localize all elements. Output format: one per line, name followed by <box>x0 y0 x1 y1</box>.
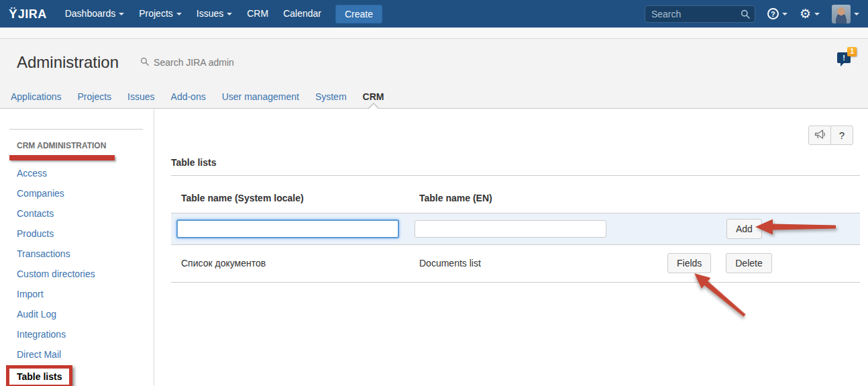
main-panel: ? Table lists Table name (System locale)… <box>154 109 868 385</box>
jira-logo[interactable]: Ÿ JIRA <box>9 7 47 21</box>
page-title: Administration <box>17 53 119 72</box>
table-lists-table: Table name (System locale) Table name (E… <box>171 187 860 283</box>
jira-logo-text: JIRA <box>18 7 47 21</box>
admin-search-input[interactable] <box>154 57 274 68</box>
admin-settings-menu[interactable]: ⚙ <box>800 6 820 21</box>
red-underline-annotation <box>9 155 115 160</box>
nav-item-projects[interactable]: Projects <box>131 0 189 28</box>
tab-add-ons[interactable]: Add-ons <box>163 86 214 108</box>
nav-item-dashboards[interactable]: Dashboards <box>58 0 132 28</box>
sidebar-item-integrations[interactable]: Integrations <box>17 324 154 344</box>
notifications-button[interactable]: ! 1 <box>837 52 851 63</box>
column-header-actions <box>657 187 860 213</box>
gear-icon: ⚙ <box>800 6 811 21</box>
help-icon: ? <box>767 8 779 19</box>
crm-admin-sidebar: CRM ADMINISTRATION Access Companies Cont… <box>0 109 154 385</box>
page-help-group: ? <box>808 126 853 145</box>
nav-item-crm[interactable]: CRM <box>239 0 276 28</box>
table-name-system-locale-input[interactable] <box>176 220 399 238</box>
column-header-en: Table name (EN) <box>409 187 657 213</box>
table-row: Список документов Documents list Fields … <box>171 245 860 283</box>
fields-button[interactable]: Fields <box>667 253 711 273</box>
content-area: CRM ADMINISTRATION Access Companies Cont… <box>0 109 868 385</box>
table-name-system-locale-cell: Список документов <box>171 245 409 283</box>
admin-header: Administration ! 1 <box>0 39 868 86</box>
nav-item-calendar[interactable]: Calendar <box>276 0 329 28</box>
user-profile-menu[interactable] <box>832 5 859 23</box>
add-button[interactable]: Add <box>726 219 762 239</box>
sidebar-item-import[interactable]: Import <box>17 284 154 304</box>
tab-user-management[interactable]: User management <box>214 86 307 108</box>
global-search <box>645 5 755 23</box>
admin-search <box>140 56 274 68</box>
create-button[interactable]: Create <box>335 5 382 23</box>
nav-item-issues[interactable]: Issues <box>189 0 239 28</box>
sidebar-top-divider <box>9 129 143 130</box>
help-menu[interactable]: ? <box>767 8 788 19</box>
table-header-row: Table name (System locale) Table name (E… <box>171 187 860 213</box>
search-icon[interactable] <box>741 9 750 21</box>
chevron-down-icon <box>227 13 232 15</box>
chevron-down-icon <box>176 13 182 15</box>
tab-projects[interactable]: Projects <box>70 86 120 108</box>
sidebar-item-contacts[interactable]: Contacts <box>17 203 154 224</box>
chevron-down-icon <box>119 13 124 15</box>
sidebar-item-transactions[interactable]: Transactions <box>17 244 154 264</box>
delete-button[interactable]: Delete <box>726 253 771 273</box>
sidebar-item-direct-mail[interactable]: Direct Mail <box>17 344 154 365</box>
chevron-down-icon <box>814 13 820 15</box>
tab-system[interactable]: System <box>307 86 355 108</box>
chevron-down-icon <box>854 13 859 15</box>
sidebar-item-products[interactable]: Products <box>17 224 154 244</box>
header-divider-strip <box>0 28 868 39</box>
user-avatar <box>832 5 851 23</box>
tab-applications[interactable]: Applications <box>3 86 70 108</box>
sidebar-item-table-lists[interactable]: Table lists <box>17 371 62 382</box>
search-icon <box>140 56 149 68</box>
megaphone-icon <box>814 129 826 142</box>
sidebar-item-audit-log[interactable]: Audit Log <box>17 304 154 324</box>
tab-crm[interactable]: CRM <box>355 86 392 108</box>
column-header-system-locale: Table name (System locale) <box>171 187 409 213</box>
announcement-button[interactable] <box>808 126 831 145</box>
jira-admin-page: Ÿ JIRA Dashboards Projects Issues CRM Ca… <box>0 0 868 386</box>
page-help-button[interactable]: ? <box>830 126 853 145</box>
jira-charlie-icon: Ÿ <box>9 7 17 21</box>
notification-count-badge: 1 <box>847 47 857 56</box>
sidebar-item-access[interactable]: Access <box>17 163 154 183</box>
sidebar-item-companies[interactable]: Companies <box>17 183 154 203</box>
sidebar-section-title: CRM ADMINISTRATION <box>17 141 154 150</box>
top-navbar: Ÿ JIRA Dashboards Projects Issues CRM Ca… <box>0 0 868 28</box>
tab-issues[interactable]: Issues <box>119 86 162 108</box>
chevron-down-icon <box>782 13 788 15</box>
new-table-list-row: Add <box>171 213 860 245</box>
sidebar-item-custom-directories[interactable]: Custom directories <box>17 264 154 284</box>
red-box-annotation: Table lists <box>6 365 72 386</box>
admin-tabs: Applications Projects Issues Add-ons Use… <box>0 86 868 109</box>
section-heading: Table lists <box>171 157 860 176</box>
global-search-input[interactable] <box>645 5 755 23</box>
table-name-en-input[interactable] <box>415 220 606 238</box>
navbar-right-group: ? ⚙ <box>645 5 859 23</box>
table-name-en-cell: Documents list <box>409 245 657 283</box>
